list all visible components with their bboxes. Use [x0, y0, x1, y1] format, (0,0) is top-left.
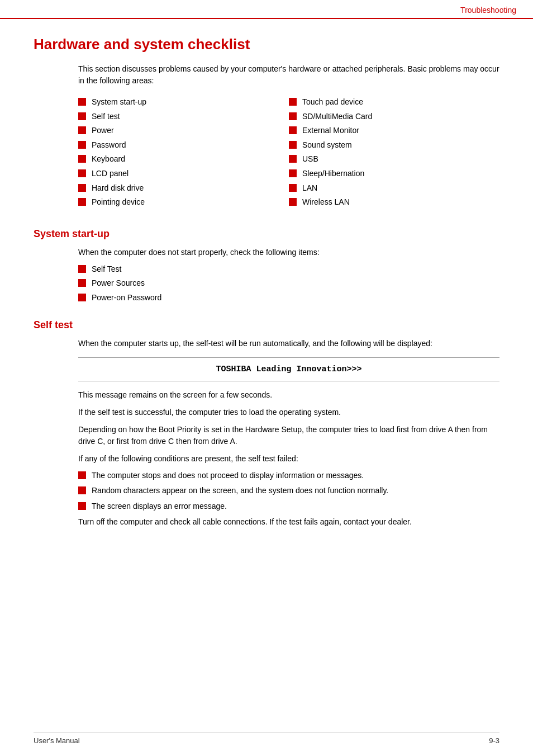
checklist-item: Self test [78, 111, 289, 122]
self-test-intro: When the computer starts up, the self-te… [78, 338, 499, 349]
self-test-bullet-item: The screen displays an error message. [78, 501, 499, 512]
checklist-item-label: Sound system [302, 140, 352, 151]
bullet-icon [289, 155, 297, 163]
self-test-para: If any of the following conditions are p… [78, 453, 499, 465]
checklist-item: LCD panel [78, 168, 289, 179]
intro-paragraph: This section discusses problems caused b… [78, 63, 499, 87]
checklist-item-label: Keyboard [92, 154, 125, 165]
checklist-item: LAN [289, 183, 499, 194]
bullet-label: Power Sources [92, 278, 145, 289]
section-self-test-content: When the computer starts up, the self-te… [78, 338, 499, 528]
self-test-para: Depending on how the Boot Priority is se… [78, 424, 499, 447]
checklist-item: Sound system [289, 140, 499, 151]
checklist-item: Password [78, 140, 289, 151]
system-start-up-bullets: Self TestPower SourcesPower-on Password [78, 264, 499, 304]
checklist-item-label: Password [92, 140, 126, 151]
bullet-icon [78, 198, 86, 206]
bullet-icon [289, 169, 297, 177]
bullet-label: The screen displays an error message. [92, 501, 227, 512]
bullet-icon [78, 279, 86, 287]
checklist-item-label: Pointing device [92, 197, 145, 208]
checklist-item: SD/MultiMedia Card [289, 111, 499, 122]
self-test-closing: Turn off the computer and check all cabl… [78, 516, 499, 528]
checklist-container: System start-upSelf testPowerPasswordKey… [78, 97, 499, 211]
bullet-icon [78, 141, 86, 149]
system-start-up-bullet-item: Power Sources [78, 278, 499, 289]
checklist-item: Keyboard [78, 154, 289, 165]
checklist-item-label: Self test [92, 111, 120, 122]
bullet-icon [289, 126, 297, 134]
bullet-icon [78, 155, 86, 163]
bullet-icon [289, 198, 297, 206]
checklist-item-label: USB [302, 154, 318, 165]
bullet-icon [78, 486, 86, 494]
footer-right: 9-3 [489, 736, 499, 745]
system-start-up-bullet-item: Self Test [78, 264, 499, 275]
bullet-icon [289, 112, 297, 120]
section-system-start-up: System start-up When the computer does n… [34, 228, 499, 304]
bullet-icon [289, 98, 297, 106]
checklist-item-label: Power [92, 125, 114, 136]
checklist-item-label: LCD panel [92, 168, 129, 179]
checklist-item-label: LAN [302, 183, 317, 194]
self-test-bullet-item: The computer stops and does not proceed … [78, 470, 499, 481]
self-test-paragraphs: This message remains on the screen for a… [78, 389, 499, 465]
section-system-start-up-content: When the computer does not start properl… [78, 247, 499, 304]
checklist-item-label: Touch pad device [302, 97, 363, 108]
checklist-item-label: Wireless LAN [302, 197, 350, 208]
checklist-item: Wireless LAN [289, 197, 499, 208]
self-test-para: This message remains on the screen for a… [78, 389, 499, 401]
section-self-test-title: Self test [34, 319, 499, 331]
bullet-label: The computer stops and does not proceed … [92, 470, 364, 481]
bullet-icon [78, 471, 86, 479]
checklist-item-label: Hard disk drive [92, 183, 144, 194]
bullet-icon [289, 184, 297, 192]
bullet-icon [78, 112, 86, 120]
bullet-icon [78, 294, 86, 301]
self-test-bullet-item: Random characters appear on the screen, … [78, 485, 499, 497]
checklist-item: Pointing device [78, 197, 289, 208]
bullet-label: Power-on Password [92, 292, 161, 304]
footer-left: User's Manual [34, 736, 80, 745]
checklist-item: System start-up [78, 97, 289, 108]
system-start-up-intro: When the computer does not start properl… [78, 247, 499, 258]
checklist-col-2: Touch pad deviceSD/MultiMedia CardExtern… [289, 97, 499, 211]
self-test-bullets: The computer stops and does not proceed … [78, 470, 499, 512]
toshiba-leading-box: TOSHIBA Leading Innovation>>> [78, 357, 499, 381]
checklist-col-1: System start-upSelf testPowerPasswordKey… [78, 97, 289, 211]
section-self-test: Self test When the computer starts up, t… [34, 319, 499, 528]
bullet-icon [78, 169, 86, 177]
bullet-icon [78, 502, 86, 510]
toshiba-leading-text: TOSHIBA Leading Innovation>>> [216, 365, 361, 374]
checklist-item: Hard disk drive [78, 183, 289, 194]
checklist-item-label: System start-up [92, 97, 146, 108]
checklist-item: Sleep/Hibernation [289, 168, 499, 179]
checklist-item: Touch pad device [289, 97, 499, 108]
checklist-item: External Monitor [289, 125, 499, 136]
system-start-up-bullet-item: Power-on Password [78, 292, 499, 304]
checklist-item: USB [289, 154, 499, 165]
checklist-item-label: SD/MultiMedia Card [302, 111, 372, 122]
page-footer: User's Manual 9-3 [34, 733, 499, 745]
page-main-title: Hardware and system checklist [34, 36, 499, 53]
bullet-icon [78, 265, 86, 273]
checklist-item-label: External Monitor [302, 125, 359, 136]
checklist-item-label: Sleep/Hibernation [302, 168, 364, 179]
bullet-icon [78, 184, 86, 192]
bullet-icon [78, 98, 86, 106]
page-header-title: Troubleshooting [460, 6, 516, 15]
checklist-item: Power [78, 125, 289, 136]
section-system-start-up-title: System start-up [34, 228, 499, 240]
self-test-para: If the self test is successful, the comp… [78, 407, 499, 418]
bullet-label: Random characters appear on the screen, … [92, 485, 388, 497]
bullet-label: Self Test [92, 264, 121, 275]
bullet-icon [289, 141, 297, 149]
bullet-icon [78, 126, 86, 134]
